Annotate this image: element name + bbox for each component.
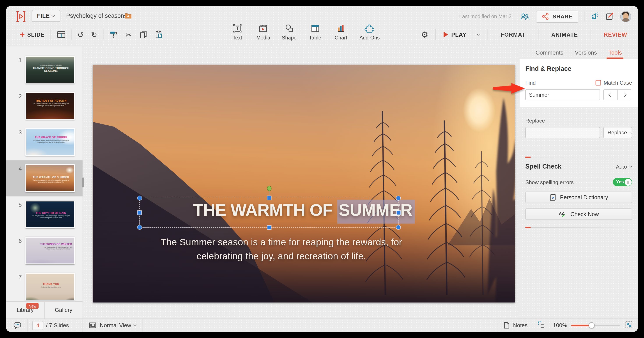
view-mode-dropdown[interactable]: Normal View <box>83 319 143 332</box>
fit-to-screen-button[interactable] <box>622 320 638 330</box>
match-case-checkbox[interactable] <box>595 80 601 86</box>
play-button[interactable]: PLAY <box>438 29 486 40</box>
slide-number: 1 <box>6 56 22 63</box>
slide-thumbnail-5[interactable]: THE RHYTHM OF RAIN The rainy season is a… <box>26 201 75 228</box>
tab-review[interactable]: REVIEW <box>593 26 638 43</box>
resize-handle-se[interactable] <box>396 225 400 229</box>
resize-handle-nw[interactable] <box>138 196 142 200</box>
current-slide[interactable]: THE WARMTH OF SUMMER The Summer season i… <box>93 65 515 302</box>
notes-button[interactable]: Notes <box>497 319 534 332</box>
resize-handle-s[interactable] <box>267 226 271 229</box>
thumb-body: The rainy season is a time for pouring i… <box>26 215 75 219</box>
zoom-slider[interactable] <box>571 324 620 326</box>
find-previous-button[interactable] <box>604 90 617 100</box>
cut-button[interactable]: ✂ <box>122 28 135 42</box>
document-title[interactable]: Psychology of seasons <box>66 12 127 19</box>
slide-row-2[interactable]: 2 THE RUST OF AUTUMN The Autumn season i… <box>6 88 82 124</box>
text-selection-box[interactable] <box>139 198 399 228</box>
personal-dictionary-label: Personal Dictionary <box>560 194 608 200</box>
check-now-button[interactable]: AZ Check Now <box>525 208 632 220</box>
replace-input[interactable] <box>525 127 600 138</box>
spell-check-heading: Spell Check <box>525 163 562 170</box>
find-input[interactable] <box>525 89 600 100</box>
format-painter-button[interactable] <box>105 28 122 42</box>
replace-options-button[interactable] <box>631 127 632 138</box>
toggle-on-label: Yes <box>616 179 624 184</box>
tab-format[interactable]: FORMAT <box>490 26 536 43</box>
rotation-handle[interactable] <box>267 186 272 191</box>
spell-mode-dropdown[interactable]: Auto <box>616 163 632 169</box>
slide-row-1[interactable]: 1 THE PSYCHOLOGY OF CHANGE TRANSITIONING… <box>6 52 82 88</box>
new-badge: New <box>26 303 38 309</box>
app-logo-icon[interactable] <box>16 11 26 22</box>
panel-resize-handle[interactable] <box>81 177 84 188</box>
slide-thumbnail-6[interactable]: THE WINDS OF WINTER The Winter season is… <box>26 237 75 264</box>
slide-row-7[interactable]: 7 THANK YOU It's time to start something… <box>6 269 82 301</box>
slide-number: 6 <box>6 237 22 244</box>
resize-handle-e[interactable] <box>397 211 400 215</box>
last-modified-text: Last modified on Mar 3 <box>459 14 512 19</box>
panel-tab-tools[interactable]: Tools <box>608 48 623 58</box>
toggle-knob[interactable] <box>624 179 632 186</box>
user-avatar[interactable] <box>620 11 631 22</box>
copy-button[interactable] <box>135 28 151 42</box>
insert-media-button[interactable]: Media <box>256 24 271 41</box>
resize-handle-sw[interactable] <box>138 225 142 229</box>
slide-body-text[interactable]: The Summer season is a time for reaping … <box>93 235 470 263</box>
chevron-down-icon <box>134 323 137 326</box>
find-next-button[interactable] <box>617 90 631 100</box>
insert-chart-label: Chart <box>335 35 347 41</box>
slide-thumbnail-3[interactable]: THE GRACE OF SPRING The Spring season is… <box>26 128 75 156</box>
slide-number: 2 <box>6 92 22 100</box>
find-replace-heading: Find & Replace <box>525 65 632 72</box>
undo-button[interactable]: ↺ <box>74 28 88 42</box>
redo-button[interactable]: ↻ <box>88 28 101 42</box>
slide-thumbnail-2[interactable]: THE RUST OF AUTUMN The Autumn season is … <box>26 92 75 120</box>
slide-row-6[interactable]: 6 THE WINDS OF WINTER The Winter season … <box>6 233 82 269</box>
resize-handle-ne[interactable] <box>396 196 400 200</box>
slide-thumbnail-1[interactable]: THE PSYCHOLOGY OF CHANGE TRANSITIONING T… <box>26 56 75 84</box>
move-to-folder-icon[interactable] <box>124 12 132 19</box>
insert-chart-button[interactable]: Chart <box>334 24 348 41</box>
slide-thumbnail-7[interactable]: THANK YOU It's time to start something n… <box>26 273 75 300</box>
slide-row-5[interactable]: 5 THE RHYTHM OF RAIN The rainy season is… <box>6 196 82 233</box>
body-line-1: The Summer season is a time for reaping … <box>93 235 470 249</box>
slide-thumbnail-4[interactable]: THE WARMTH OF SUMMER The Summer season i… <box>26 164 75 192</box>
insert-addons-button[interactable]: Add-Ons <box>360 24 380 41</box>
collaborators-icon[interactable] <box>520 12 530 21</box>
insert-table-button[interactable]: Table <box>308 24 323 41</box>
addons-puzzle-icon <box>364 24 375 33</box>
add-slide-button[interactable]: + SLIDE <box>16 28 48 42</box>
insert-shape-button[interactable]: Shape <box>282 24 296 41</box>
svg-text:AZ: AZ <box>559 211 564 215</box>
share-button[interactable]: SHARE <box>536 11 578 22</box>
change-layout-button[interactable] <box>53 28 69 42</box>
feedback-icon[interactable] <box>606 12 614 21</box>
tab-library[interactable]: Library New <box>6 302 44 318</box>
personal-dictionary-button[interactable]: A Personal Dictionary <box>525 192 632 203</box>
resize-handle-n[interactable] <box>267 196 271 200</box>
tab-animate[interactable]: ANIMATE <box>540 26 588 43</box>
play-icon <box>444 32 448 37</box>
zoom-slider-thumb[interactable] <box>588 322 595 328</box>
slideshow-settings-button[interactable]: ⚙ <box>416 30 433 40</box>
layout-guides-button[interactable] <box>534 320 550 330</box>
match-case-control[interactable]: Match Case <box>595 80 632 86</box>
paste-button[interactable] <box>151 28 167 42</box>
panel-tab-versions[interactable]: Versions <box>574 48 598 58</box>
replace-button[interactable]: Replace <box>604 127 631 138</box>
scissors-icon: ✂ <box>126 30 132 39</box>
panel-tab-comments[interactable]: Comments <box>535 48 564 58</box>
chat-button[interactable] <box>6 319 28 332</box>
file-menu-button[interactable]: FILE <box>32 10 60 22</box>
divider <box>472 29 472 40</box>
spelling-errors-toggle[interactable]: Yes <box>613 178 632 186</box>
copy-icon <box>139 30 148 39</box>
insert-text-button[interactable]: Text <box>230 24 245 41</box>
resize-handle-w[interactable] <box>138 211 141 215</box>
slide-row-3[interactable]: 3 THE GRACE OF SPRING The Spring season … <box>6 124 82 160</box>
tab-gallery[interactable]: Gallery <box>44 302 82 318</box>
announcement-icon[interactable] <box>590 12 600 21</box>
current-slide-number[interactable]: 4 <box>32 321 43 330</box>
slide-row-4-selected[interactable]: 4 THE WARMTH OF SUMMER The Summer season… <box>6 160 82 196</box>
